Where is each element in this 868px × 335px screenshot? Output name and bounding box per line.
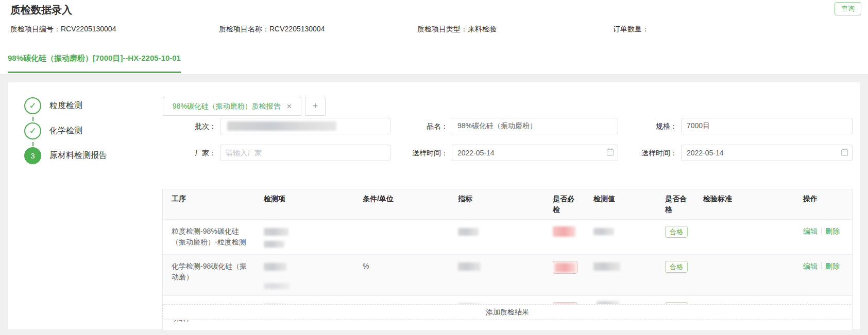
check-icon: ✓	[29, 126, 36, 136]
step-done-icon: ✓	[24, 122, 41, 139]
col-test-item: 检测项	[255, 189, 354, 219]
test-value-cell	[585, 255, 656, 295]
redacted-value	[593, 228, 614, 235]
step-connector	[32, 117, 33, 121]
plus-icon: +	[313, 101, 318, 112]
table-row: 化学检测-98碳化硅（振动磨） % 合格 编辑删除	[163, 254, 852, 295]
content-card: ✓ 粒度检测 ✓ 化学检测 3 原材料检测报告 98%碳化硅（振动磨粉）质检报告…	[8, 82, 860, 329]
qualified-badge: 合格	[665, 226, 688, 238]
close-icon[interactable]: ×	[287, 102, 292, 111]
factory-field-wrap	[220, 145, 390, 161]
step-raw-material-report[interactable]: 3 原材料检测报告	[24, 147, 107, 164]
required-cell	[544, 255, 585, 295]
qualified-badge: 合格	[665, 261, 688, 273]
project-type: 质检项目类型：来料检验	[417, 25, 497, 34]
condition-unit-cell: %	[354, 255, 449, 295]
sample-time-2-input[interactable]	[681, 145, 853, 161]
product-name-input[interactable]	[452, 118, 618, 134]
project-type-label: 质检项目类型：	[417, 25, 468, 33]
action-divider	[821, 262, 822, 269]
calendar-icon[interactable]	[841, 149, 848, 156]
product-name-field-wrap	[452, 118, 618, 134]
step-number-badge: 3	[24, 147, 41, 164]
test-item-cell	[255, 255, 354, 295]
product-name-label: 品名：	[427, 122, 448, 131]
condition-unit-cell	[354, 220, 449, 254]
qualified-cell: 合格	[656, 255, 694, 295]
actions-cell: 编辑删除	[794, 255, 853, 295]
qualified-cell: 合格	[656, 220, 694, 254]
project-name-label: 质检项目名称：	[219, 25, 269, 33]
step-connector	[32, 142, 33, 146]
project-code-value: RCV2205130004	[61, 25, 116, 33]
process-cell: 粒度检测-98%碳化硅（振动磨粉）-粒度检测	[163, 220, 255, 254]
tab-product-material[interactable]: 98%碳化硅（振动磨粉）[7000目]--HX-2205-10-01	[8, 54, 181, 73]
target-cell	[449, 220, 544, 254]
col-target: 指标	[449, 189, 544, 219]
order-quantity: 订单数量：	[613, 25, 649, 34]
spec-field-wrap	[681, 118, 853, 134]
redacted-value	[553, 226, 575, 237]
target-cell	[449, 255, 544, 295]
col-required: 是否必检	[544, 189, 585, 219]
add-tab-button[interactable]: +	[305, 97, 326, 116]
factory-input[interactable]	[220, 145, 390, 161]
product-tab-bar: 98%碳化硅（振动磨粉）[7000目]--HX-2205-10-01	[0, 49, 868, 75]
test-value-cell	[585, 220, 656, 254]
standard-cell	[694, 220, 794, 254]
edit-link[interactable]: 编辑	[803, 262, 818, 270]
table-header-row: 工序 检测项 条件/单位 指标 是否必检 检测值 是否合格 检验标准 操作	[163, 189, 852, 219]
actions-cell: 编辑删除	[794, 220, 853, 254]
add-qc-result-button[interactable]: 添加质检结果	[162, 304, 853, 320]
project-code-label: 质检项目编号：	[10, 25, 61, 33]
redacted-value	[593, 262, 620, 271]
redacted-value	[264, 263, 286, 271]
batch-field-wrap	[220, 118, 390, 134]
edit-link[interactable]: 编辑	[803, 227, 818, 235]
redacted-value	[458, 262, 481, 271]
delete-link[interactable]: 删除	[825, 262, 840, 270]
redacted-batch-value	[227, 121, 336, 131]
required-tag-redacted	[553, 261, 577, 274]
col-standard: 检验标准	[694, 189, 794, 219]
project-name-value: RCV2205130004	[269, 25, 325, 33]
tab-qc-report-label: 98%碳化硅（振动磨粉）质检报告	[173, 102, 281, 111]
project-name: 质检项目名称：RCV2205130004	[219, 25, 325, 34]
spec-label: 规格：	[656, 122, 677, 131]
sample-time-1-input[interactable]	[452, 145, 618, 161]
delete-link[interactable]: 删除	[825, 227, 840, 235]
spec-input[interactable]	[681, 118, 853, 134]
query-button[interactable]: 查询	[835, 2, 861, 15]
table-row: 粒度检测-98%碳化硅（振动磨粉）-粒度检测 合格 编辑删除	[163, 219, 852, 254]
redacted-value	[555, 263, 575, 272]
sample-time-2-label: 送样时间：	[641, 149, 677, 158]
redacted-value	[458, 228, 479, 236]
step-done-icon: ✓	[24, 97, 41, 114]
sample-time-1-label: 送样时间：	[412, 149, 448, 158]
step-chemical-test[interactable]: ✓ 化学检测	[24, 122, 82, 139]
redacted-value	[264, 228, 288, 236]
redacted-value	[264, 283, 290, 289]
col-actions: 操作	[794, 189, 853, 219]
factory-label: 厂家：	[195, 149, 216, 158]
tab-qc-report[interactable]: 98%碳化硅（振动磨粉）质检报告 ×	[163, 97, 301, 116]
test-item-cell	[255, 220, 354, 254]
check-icon: ✓	[29, 100, 36, 111]
required-cell	[544, 220, 585, 254]
batch-label: 批次：	[195, 122, 216, 131]
qc-data-entry-page: 质检数据录入 查询 质检项目编号：RCV2205130004 质检项目名称：RC…	[0, 0, 868, 335]
step-label: 粒度检测	[49, 100, 82, 111]
step-label: 原材料检测报告	[49, 150, 107, 161]
calendar-icon[interactable]	[607, 149, 614, 156]
step-granularity-test[interactable]: ✓ 粒度检测	[24, 97, 82, 114]
redacted-value	[264, 241, 284, 248]
col-condition-unit: 条件/单位	[354, 189, 449, 219]
col-test-value: 检测值	[585, 189, 656, 219]
step-label: 化学检测	[49, 126, 82, 136]
order-quantity-label: 订单数量：	[613, 25, 649, 33]
col-qualified: 是否合格	[656, 189, 694, 219]
sample-time-1-wrap	[452, 145, 618, 161]
action-divider	[821, 227, 822, 234]
page-title: 质检数据录入	[10, 3, 72, 17]
process-cell: 化学检测-98碳化硅（振动磨）	[163, 255, 255, 295]
